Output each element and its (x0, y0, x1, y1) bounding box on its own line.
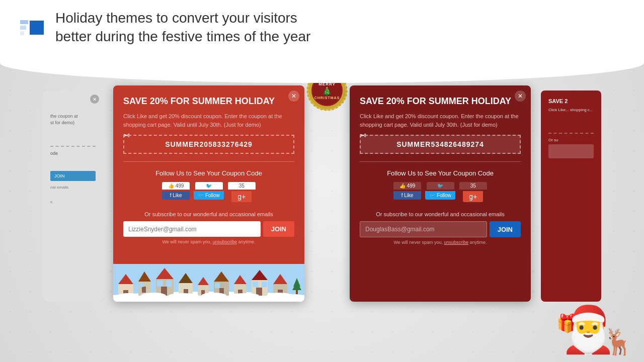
twitter2-icon: 🐦 (429, 193, 435, 198)
card1-join-button[interactable]: JOIN (263, 221, 294, 237)
partial-subscribe-text: nal emails (50, 185, 96, 190)
card2: ✕ SAVE 20% FOR SUMMER HOLIDAY Click Like… (350, 85, 531, 302)
card2-subscribe-section: Or subscribe to our wonderful and occasi… (350, 206, 531, 245)
card1-coupon-section: ✂ SUMMER205833276429 (113, 135, 304, 154)
header-text: Holiday themes to convert your visitors … (55, 9, 310, 46)
card1-description: Click Like and get 20% discount coupon. … (113, 112, 304, 135)
svg-point-37 (141, 293, 166, 299)
card1-tw-count: 🐦 (195, 182, 223, 190)
header-title-line2: better during the festive times of the y… (55, 29, 310, 44)
card2-subscribe-title: Or subscribe to our wonderful and occasi… (360, 211, 521, 217)
logo-bar-3 (20, 31, 24, 35)
tree-icon: 🎄 (322, 86, 332, 96)
partial-dashes (50, 146, 96, 147)
svg-rect-23 (215, 283, 220, 288)
card2-unsubscribe-link[interactable]: unsubscribe (444, 240, 468, 245)
svg-rect-12 (157, 281, 163, 287)
card2-gp-plus[interactable]: g+ (463, 191, 483, 202)
card1-coupon-box: SUMMER205833276429 (123, 135, 294, 154)
card2-close-button[interactable]: ✕ (515, 90, 526, 102)
partial-right-or: Or su (548, 138, 594, 142)
header-title-line1: Holiday themes to convert your visitors (55, 10, 297, 26)
card2-facebook-button[interactable]: 👍 499 f Like (393, 182, 421, 202)
card1-subscribe-title: Or subscribe to our wonderful and occasi… (123, 211, 294, 217)
card1-fb-count: 👍 499 (162, 182, 190, 190)
partial-right-input (548, 144, 594, 158)
card1-gplus-button[interactable]: 35 g+ (228, 182, 256, 202)
svg-rect-31 (262, 282, 267, 287)
twitter-icon: 🐦 (198, 193, 204, 198)
card2-gplus-button[interactable]: 35 g+ (459, 182, 487, 202)
svg-point-39 (201, 293, 226, 299)
svg-point-36 (118, 293, 138, 298)
partial-left-text: the coupon at st for demo) (50, 113, 96, 126)
partial-right-title: SAVE 2 (548, 98, 594, 104)
card1-container: ✕ SAVE 20% FOR SUMMER HOLIDAY Click Like… (113, 85, 304, 302)
svg-rect-13 (166, 281, 172, 287)
card2-fb-count: 👍 499 (393, 182, 421, 190)
card2-follow-title: Follow Us to See Your Coupon Code (360, 169, 521, 177)
logo-bar-1 (20, 20, 28, 24)
partial-join-button[interactable]: JOIN (50, 171, 96, 181)
card2-gp-count: 35 (459, 182, 487, 190)
card2-coupon-box: SUMMER534826489274 (360, 135, 521, 154)
santa-figure: 🎅 (560, 307, 616, 352)
card1-twitter-button[interactable]: 🐦 🐦 Follow (194, 182, 224, 202)
card2-tw-follow[interactable]: 🐦 Follow (425, 191, 455, 200)
card2-social-buttons: 👍 499 f Like 🐦 🐦 Follow (360, 182, 521, 202)
card1-gp-count: 35 (228, 182, 256, 190)
card2-container: ✕ SAVE 20% FOR SUMMER HOLIDAY Click Like… (350, 85, 531, 302)
svg-point-38 (169, 293, 199, 298)
card-partial-right-inner: SAVE 2 Click Like... shopping c... Or su (541, 90, 601, 302)
header: Holiday themes to convert your visitors … (0, 0, 644, 55)
partial-right-text: Click Like... shopping c... (548, 107, 594, 113)
card1-subscribe-section: Or subscribe to our wonderful and occasi… (113, 206, 304, 244)
card2-join-button[interactable]: JOIN (490, 221, 521, 237)
card1-facebook-button[interactable]: 👍 499 f Like (162, 182, 190, 202)
fb2-icon: f (401, 193, 403, 198)
card1-follow-section: Follow Us to See Your Coupon Code 👍 499 … (113, 169, 304, 202)
card1-tw-follow[interactable]: 🐦 Follow (194, 191, 224, 200)
card1: ✕ SAVE 20% FOR SUMMER HOLIDAY Click Like… (113, 85, 304, 302)
card2-coupon-code: SUMMER534826489274 (396, 140, 484, 148)
card-partial-right: SAVE 2 Click Like... shopping c... Or su (541, 90, 601, 302)
logo-square (30, 21, 44, 35)
svg-point-41 (267, 293, 292, 299)
card1-divider (123, 161, 294, 162)
card1-winter-scene (113, 261, 304, 302)
card1-title: SAVE 20% FOR SUMMER HOLIDAY (113, 85, 304, 112)
card2-fb-like[interactable]: f Like (393, 191, 421, 200)
svg-rect-7 (142, 287, 146, 293)
svg-rect-30 (253, 282, 258, 287)
cards-area: ✕ the coupon at st for demo) ode JOIN na… (0, 70, 644, 362)
card1-close-button[interactable]: ✕ (288, 90, 299, 102)
card2-follow-section: Follow Us to See Your Coupon Code 👍 499 … (350, 169, 531, 202)
badge-christmas-text: CHRISTMAS (314, 96, 340, 100)
card2-tw-count: 🐦 (427, 182, 454, 190)
partial-close-button[interactable]: ✕ (90, 95, 99, 104)
card1-coupon-code: SUMMER205833276429 (165, 140, 253, 148)
card2-title: SAVE 20% FOR SUMMER HOLIDAY (350, 85, 531, 112)
scissors-icon: ✂ (123, 131, 130, 140)
card-partial-left: ✕ the coupon at st for demo) ode JOIN na… (43, 90, 103, 302)
card1-spam-text: We will never spam you, unsubscribe anyt… (123, 239, 294, 244)
card2-email-input[interactable] (360, 221, 487, 237)
card1-gp-plus[interactable]: g+ (231, 191, 252, 202)
card2-subscribe-form: JOIN (360, 221, 521, 237)
card1-subscribe-form: JOIN (123, 221, 294, 237)
card2-twitter-button[interactable]: 🐦 🐦 Follow (425, 182, 455, 202)
card2-spam-text: We will never spam you, unsubscribe anyt… (360, 240, 521, 245)
scissors2-icon: ✂ (360, 131, 366, 140)
card1-fb-like[interactable]: f Like (162, 191, 190, 200)
card1-unsubscribe-link[interactable]: unsubscribe (212, 239, 237, 244)
card2-description: Click Like and get 20% discount coupon. … (350, 112, 531, 135)
svg-rect-44 (296, 290, 298, 294)
logo-icon (20, 15, 45, 40)
fb-icon: f (170, 193, 172, 198)
card1-social-buttons: 👍 499 f Like 🐦 🐦 Follow (123, 182, 294, 202)
village-svg (113, 264, 304, 302)
card2-divider (360, 161, 521, 162)
partial-extra-text: e. (50, 200, 96, 204)
card1-email-input[interactable] (123, 221, 261, 237)
logo-bar-2 (20, 26, 26, 30)
